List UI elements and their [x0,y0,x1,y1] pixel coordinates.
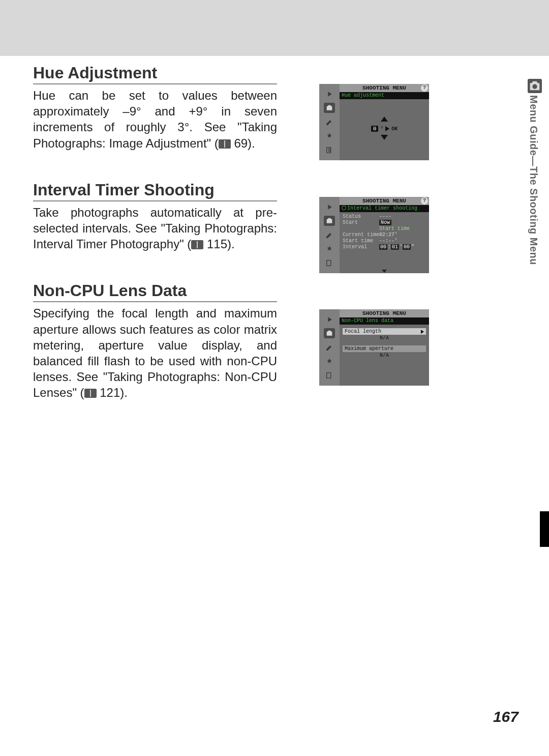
scroll-down-icon[interactable] [382,270,387,273]
camera-screen-noncpu: SHOOTING MENU Non-CPU lens data Focal le… [319,309,429,386]
clock-icon [342,206,346,210]
playback-tab-icon[interactable] [324,89,335,99]
max-aperture-label-row[interactable]: Maximum aperture [343,345,426,352]
pencil-tab-icon[interactable] [324,117,335,127]
interval-seconds[interactable]: 00 [403,244,411,250]
help-icon[interactable]: ? [421,84,428,92]
section-hue: Hue Adjustment Hue can be set to values … [33,64,277,151]
camera-menu-tabs [319,197,340,273]
start-time-label: Start time [343,238,379,244]
start-time-option[interactable]: Start time [379,226,410,231]
interval-hours[interactable]: 00 [379,244,387,250]
interval-body: Status ---- Start Now Start time Current… [340,212,429,273]
start-value-now[interactable]: Now [379,220,391,225]
ok-label: OK [391,126,398,132]
section-body: Hue can be set to values between approxi… [33,88,277,151]
hue-body: 0° OK [340,99,429,160]
side-tab-label: Menu Guide—The Shooting Menu [528,95,539,265]
shooting-tab-icon[interactable] [324,103,335,113]
current-time-value: 02:27' [379,232,398,238]
recent-tab-icon[interactable] [324,145,335,155]
focal-length-label: Focal length [345,329,381,334]
section-body: Take photographs automatically at pre-se… [33,205,277,252]
camera-icon [528,79,542,93]
section-title: Hue Adjustment [33,64,277,84]
thumb-index-tab [540,511,549,547]
body-text: Specifying the focal length and maximum … [33,306,277,399]
row-interval[interactable]: Interval 00:01'00" [343,244,426,250]
max-aperture-value: N/A [343,352,426,359]
arrow-right-icon[interactable] [421,330,424,334]
page-ref: 69). [231,136,255,150]
max-aperture-label: Maximum aperture [345,346,393,352]
recent-tab-icon[interactable] [324,258,335,268]
shooting-tab-icon[interactable] [324,216,335,226]
screen-title: SHOOTING MENU [340,309,429,317]
start-time-value: --:--' [379,238,398,244]
arrow-right-icon[interactable] [385,126,389,131]
camera-menu-tabs [319,84,340,160]
noncpu-body: Focal length N/A Maximum aperture N/A [340,325,429,386]
manual-page: Menu Guide—The Shooting Menu Hue Adjustm… [0,0,549,756]
row-start-time-option[interactable]: Start time [343,226,426,231]
arrow-up-icon[interactable] [381,117,388,122]
row-current-time: Current time 02:27' [343,232,426,238]
playback-tab-icon[interactable] [324,314,335,325]
camera-screen-interval: SHOOTING MENU ? Interval timer shooting … [319,197,429,273]
interval-value[interactable]: 00:01'00" [379,244,414,250]
pencil-tab-icon[interactable] [324,342,335,353]
interval-label: Interval [343,244,379,250]
setup-tab-icon[interactable] [324,357,335,367]
screen-title-text: SHOOTING MENU [362,310,406,316]
hue-value[interactable]: 0 [371,126,379,132]
page-content: Hue Adjustment Hue can be set to values … [33,64,277,430]
page-ref: 115). [203,237,234,251]
field-max-aperture[interactable]: Maximum aperture N/A [343,345,426,359]
status-value: ---- [379,214,391,219]
focal-length-label-row[interactable]: Focal length [343,328,426,335]
page-ref-icon [191,240,203,249]
shooting-tab-icon[interactable] [324,328,335,338]
page-ref: 121). [97,386,128,399]
screen-title-text: SHOOTING MENU [362,198,406,204]
arrow-down-icon[interactable] [381,135,388,140]
section-title: Interval Timer Shooting [33,181,277,201]
section-title: Non-CPU Lens Data [33,281,277,302]
page-ref-icon [84,389,97,398]
page-ref-icon [219,139,231,149]
top-gray-band [0,0,549,56]
row-start-time: Start time --:--' [343,238,426,244]
start-label: Start [343,220,379,225]
focal-length-value: N/A [343,335,426,341]
pencil-tab-icon[interactable] [324,230,335,240]
row-start[interactable]: Start Now [343,220,426,225]
setup-tab-icon[interactable] [324,131,335,141]
camera-menu-tabs [319,309,340,386]
row-status: Status ---- [343,214,426,219]
screen-title-text: SHOOTING MENU [362,85,406,91]
screen-subtitle: Interval timer shooting [340,205,429,212]
setup-tab-icon[interactable] [324,244,335,254]
degree-symbol: ° [380,126,383,132]
recent-tab-icon[interactable] [324,370,335,381]
help-icon[interactable]: ? [421,197,428,205]
hue-value-row: 0° OK [371,126,398,132]
subtitle-text: Interval timer shooting [347,206,417,211]
playback-tab-icon[interactable] [324,202,335,212]
page-number: 167 [493,708,518,725]
screen-title: SHOOTING MENU ? [340,197,429,205]
screen-title: SHOOTING MENU ? [340,84,429,92]
status-label: Status [343,214,379,219]
screen-subtitle: Non-CPU lens data [340,317,429,325]
body-text: Take photographs automatically at pre-se… [33,206,277,251]
section-noncpu: Non-CPU Lens Data Specifying the focal l… [33,281,277,400]
field-focal-length[interactable]: Focal length N/A [343,328,426,341]
section-interval: Interval Timer Shooting Take photographs… [33,181,277,252]
section-body: Specifying the focal length and maximum … [33,305,277,400]
interval-minutes[interactable]: 01 [391,244,399,250]
camera-screen-hue: SHOOTING MENU ? Hue adjustment 0° OK [319,84,429,160]
screen-subtitle: Hue adjustment [340,92,429,99]
current-time-label: Current time [343,232,379,238]
chapter-side-tab: Menu Guide—The Shooting Menu [528,79,543,282]
